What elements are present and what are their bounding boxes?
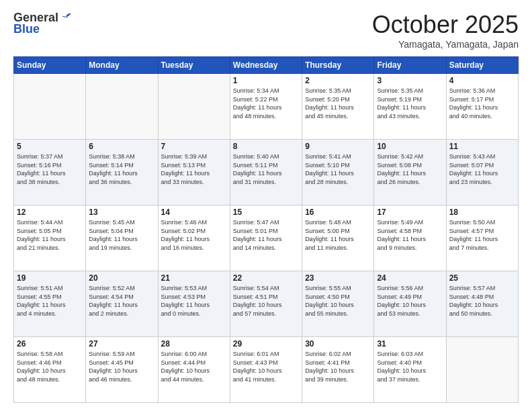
month-title: October 2025 bbox=[372, 11, 519, 39]
weekday-header-tuesday: Tuesday bbox=[158, 57, 230, 74]
calendar-cell: 16Sunrise: 5:48 AMSunset: 5:00 PMDayligh… bbox=[302, 205, 374, 271]
day-info: Sunrise: 5:59 AMSunset: 4:45 PMDaylight:… bbox=[89, 350, 154, 383]
day-number: 29 bbox=[233, 339, 299, 349]
day-info: Sunrise: 5:57 AMSunset: 4:48 PMDaylight:… bbox=[449, 284, 515, 318]
calendar-cell: 11Sunrise: 5:43 AMSunset: 5:07 PMDayligh… bbox=[446, 140, 518, 205]
calendar-cell: 1Sunrise: 5:34 AMSunset: 5:22 PMDaylight… bbox=[230, 74, 302, 140]
day-info: Sunrise: 5:43 AMSunset: 5:07 PMDaylight:… bbox=[449, 152, 515, 186]
day-info: Sunrise: 6:00 AMSunset: 4:44 PMDaylight:… bbox=[161, 350, 227, 383]
day-info: Sunrise: 5:37 AMSunset: 5:16 PMDaylight:… bbox=[17, 152, 83, 186]
day-number: 6 bbox=[89, 142, 154, 151]
day-number: 25 bbox=[449, 273, 515, 283]
calendar-cell: 7Sunrise: 5:39 AMSunset: 5:13 PMDaylight… bbox=[158, 140, 230, 205]
logo-bird-icon bbox=[60, 11, 73, 25]
day-info: Sunrise: 5:35 AMSunset: 5:20 PMDaylight:… bbox=[305, 87, 371, 120]
weekday-header-wednesday: Wednesday bbox=[230, 57, 302, 74]
calendar-cell: 10Sunrise: 5:42 AMSunset: 5:08 PMDayligh… bbox=[374, 140, 446, 205]
header: General Blue October 2025 Yamagata, Yama… bbox=[13, 11, 519, 50]
day-info: Sunrise: 5:53 AMSunset: 4:53 PMDaylight:… bbox=[161, 284, 227, 318]
calendar-cell: 30Sunrise: 6:02 AMSunset: 4:41 PMDayligh… bbox=[302, 337, 374, 403]
day-info: Sunrise: 5:38 AMSunset: 5:14 PMDaylight:… bbox=[89, 152, 154, 186]
day-number: 10 bbox=[377, 142, 443, 151]
calendar-cell: 18Sunrise: 5:50 AMSunset: 4:57 PMDayligh… bbox=[446, 205, 518, 271]
calendar-cell: 8Sunrise: 5:40 AMSunset: 5:11 PMDaylight… bbox=[230, 140, 302, 205]
day-info: Sunrise: 5:46 AMSunset: 5:02 PMDaylight:… bbox=[161, 218, 227, 252]
calendar-cell: 6Sunrise: 5:38 AMSunset: 5:14 PMDaylight… bbox=[86, 140, 158, 205]
day-number: 7 bbox=[161, 142, 227, 151]
day-number: 26 bbox=[17, 339, 83, 349]
day-info: Sunrise: 5:35 AMSunset: 5:19 PMDaylight:… bbox=[377, 87, 443, 120]
day-number: 20 bbox=[89, 273, 154, 283]
calendar-cell: 25Sunrise: 5:57 AMSunset: 4:48 PMDayligh… bbox=[446, 271, 518, 337]
calendar-week-1: 1Sunrise: 5:34 AMSunset: 5:22 PMDaylight… bbox=[14, 74, 519, 140]
day-info: Sunrise: 6:02 AMSunset: 4:41 PMDaylight:… bbox=[305, 350, 371, 383]
calendar-page: General Blue October 2025 Yamagata, Yama… bbox=[0, 0, 532, 411]
calendar-week-3: 12Sunrise: 5:44 AMSunset: 5:05 PMDayligh… bbox=[14, 205, 519, 271]
calendar-cell: 28Sunrise: 6:00 AMSunset: 4:44 PMDayligh… bbox=[158, 337, 230, 403]
calendar-cell: 2Sunrise: 5:35 AMSunset: 5:20 PMDaylight… bbox=[302, 74, 374, 140]
day-number: 8 bbox=[233, 142, 299, 151]
calendar-cell: 20Sunrise: 5:52 AMSunset: 4:54 PMDayligh… bbox=[86, 271, 158, 337]
day-info: Sunrise: 5:55 AMSunset: 4:50 PMDaylight:… bbox=[305, 284, 371, 318]
day-info: Sunrise: 5:54 AMSunset: 4:51 PMDaylight:… bbox=[233, 284, 299, 318]
location: Yamagata, Yamagata, Japan bbox=[372, 39, 519, 50]
weekday-header-sunday: Sunday bbox=[14, 57, 86, 74]
calendar-cell: 19Sunrise: 5:51 AMSunset: 4:55 PMDayligh… bbox=[14, 271, 86, 337]
day-info: Sunrise: 5:42 AMSunset: 5:08 PMDaylight:… bbox=[377, 152, 443, 186]
logo-blue-text: Blue bbox=[13, 22, 40, 36]
day-info: Sunrise: 5:36 AMSunset: 5:17 PMDaylight:… bbox=[449, 87, 515, 120]
day-number: 27 bbox=[89, 339, 154, 349]
weekday-header-row: SundayMondayTuesdayWednesdayThursdayFrid… bbox=[14, 57, 519, 74]
calendar-week-5: 26Sunrise: 5:58 AMSunset: 4:46 PMDayligh… bbox=[14, 337, 519, 403]
day-number: 23 bbox=[305, 273, 371, 283]
calendar-cell: 13Sunrise: 5:45 AMSunset: 5:04 PMDayligh… bbox=[86, 205, 158, 271]
calendar-cell: 14Sunrise: 5:46 AMSunset: 5:02 PMDayligh… bbox=[158, 205, 230, 271]
day-number: 9 bbox=[305, 142, 371, 151]
day-info: Sunrise: 5:49 AMSunset: 4:58 PMDaylight:… bbox=[377, 218, 443, 252]
weekday-header-thursday: Thursday bbox=[302, 57, 374, 74]
day-number: 15 bbox=[233, 208, 299, 217]
day-info: Sunrise: 5:48 AMSunset: 5:00 PMDaylight:… bbox=[305, 218, 371, 252]
day-info: Sunrise: 5:47 AMSunset: 5:01 PMDaylight:… bbox=[233, 218, 299, 252]
day-info: Sunrise: 5:45 AMSunset: 5:04 PMDaylight:… bbox=[89, 218, 154, 252]
calendar-cell: 23Sunrise: 5:55 AMSunset: 4:50 PMDayligh… bbox=[302, 271, 374, 337]
day-info: Sunrise: 5:39 AMSunset: 5:13 PMDaylight:… bbox=[161, 152, 227, 186]
title-section: October 2025 Yamagata, Yamagata, Japan bbox=[372, 11, 519, 50]
calendar-cell: 4Sunrise: 5:36 AMSunset: 5:17 PMDaylight… bbox=[446, 74, 518, 140]
day-info: Sunrise: 5:58 AMSunset: 4:46 PMDaylight:… bbox=[17, 350, 83, 383]
calendar-cell: 15Sunrise: 5:47 AMSunset: 5:01 PMDayligh… bbox=[230, 205, 302, 271]
calendar-cell: 9Sunrise: 5:41 AMSunset: 5:10 PMDaylight… bbox=[302, 140, 374, 205]
calendar-cell: 12Sunrise: 5:44 AMSunset: 5:05 PMDayligh… bbox=[14, 205, 86, 271]
day-number: 4 bbox=[449, 76, 515, 85]
calendar-cell: 3Sunrise: 5:35 AMSunset: 5:19 PMDaylight… bbox=[374, 74, 446, 140]
day-number: 21 bbox=[161, 273, 227, 283]
calendar-cell bbox=[446, 337, 518, 403]
weekday-header-monday: Monday bbox=[86, 57, 158, 74]
calendar-table: SundayMondayTuesdayWednesdayThursdayFrid… bbox=[13, 56, 519, 403]
calendar-cell: 5Sunrise: 5:37 AMSunset: 5:16 PMDaylight… bbox=[14, 140, 86, 205]
calendar-cell: 21Sunrise: 5:53 AMSunset: 4:53 PMDayligh… bbox=[158, 271, 230, 337]
calendar-cell: 17Sunrise: 5:49 AMSunset: 4:58 PMDayligh… bbox=[374, 205, 446, 271]
day-number: 31 bbox=[377, 339, 443, 349]
day-info: Sunrise: 5:34 AMSunset: 5:22 PMDaylight:… bbox=[233, 87, 299, 120]
calendar-cell bbox=[14, 74, 86, 140]
day-number: 3 bbox=[377, 76, 443, 85]
calendar-cell: 31Sunrise: 6:03 AMSunset: 4:40 PMDayligh… bbox=[374, 337, 446, 403]
day-info: Sunrise: 5:44 AMSunset: 5:05 PMDaylight:… bbox=[17, 218, 83, 252]
weekday-header-friday: Friday bbox=[374, 57, 446, 74]
day-number: 13 bbox=[89, 208, 154, 217]
calendar-week-2: 5Sunrise: 5:37 AMSunset: 5:16 PMDaylight… bbox=[14, 140, 519, 205]
calendar-cell bbox=[158, 74, 230, 140]
weekday-header-saturday: Saturday bbox=[446, 57, 518, 74]
day-info: Sunrise: 6:01 AMSunset: 4:43 PMDaylight:… bbox=[233, 350, 299, 383]
logo: General Blue bbox=[13, 11, 73, 36]
day-info: Sunrise: 5:41 AMSunset: 5:10 PMDaylight:… bbox=[305, 152, 371, 186]
day-number: 19 bbox=[17, 273, 83, 283]
calendar-cell: 29Sunrise: 6:01 AMSunset: 4:43 PMDayligh… bbox=[230, 337, 302, 403]
day-number: 5 bbox=[17, 142, 83, 151]
day-info: Sunrise: 6:03 AMSunset: 4:40 PMDaylight:… bbox=[377, 350, 443, 383]
day-info: Sunrise: 5:40 AMSunset: 5:11 PMDaylight:… bbox=[233, 152, 299, 186]
day-number: 22 bbox=[233, 273, 299, 283]
calendar-week-4: 19Sunrise: 5:51 AMSunset: 4:55 PMDayligh… bbox=[14, 271, 519, 337]
calendar-cell: 24Sunrise: 5:56 AMSunset: 4:49 PMDayligh… bbox=[374, 271, 446, 337]
